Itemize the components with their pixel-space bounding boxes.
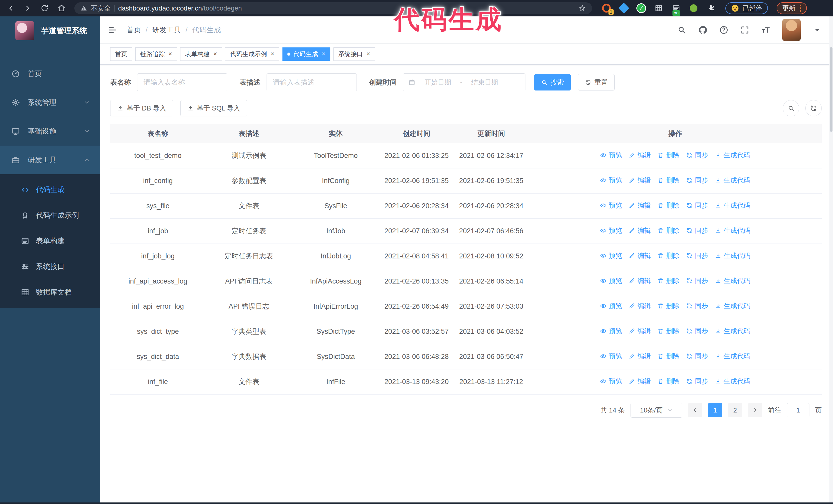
action-generate-link[interactable]: 生成代码 [715, 301, 750, 311]
action-edit-link[interactable]: 编辑 [629, 251, 651, 261]
gem-extension-icon[interactable] [618, 3, 629, 14]
sidebar-item-infra[interactable]: 基础设施 [0, 117, 100, 146]
action-sync-link[interactable]: 同步 [686, 175, 708, 185]
toggle-search-button[interactable] [783, 100, 799, 116]
action-generate-link[interactable]: 生成代码 [715, 226, 750, 235]
sidebar-item-db-doc[interactable]: 数据库文档 [0, 280, 100, 305]
search-icon[interactable] [677, 25, 686, 34]
browser-reload-icon[interactable] [41, 4, 49, 12]
avatar[interactable] [782, 19, 801, 41]
action-edit-link[interactable]: 编辑 [629, 352, 651, 361]
import-db-button[interactable]: 基于 DB 导入 [110, 100, 173, 116]
goto-page-input[interactable] [787, 403, 809, 417]
sidebar-item-form-builder[interactable]: 表单构建 [0, 228, 100, 254]
action-generate-link[interactable]: 生成代码 [715, 150, 750, 160]
table-name-input[interactable] [137, 73, 227, 91]
action-sync-link[interactable]: 同步 [686, 251, 708, 261]
action-sync-link[interactable]: 同步 [686, 301, 708, 311]
action-edit-link[interactable]: 编辑 [629, 276, 651, 286]
check-extension-icon[interactable]: ✓ [636, 3, 647, 14]
action-sync-link[interactable]: 同步 [686, 276, 708, 286]
refresh-table-button[interactable] [805, 100, 822, 116]
fullscreen-icon[interactable] [740, 25, 749, 34]
action-preview-link[interactable]: 预览 [600, 377, 622, 386]
page-size-select[interactable]: 10条/页 [630, 403, 682, 417]
action-preview-link[interactable]: 预览 [600, 201, 622, 210]
date-range-picker[interactable]: - [403, 73, 525, 91]
action-delete-link[interactable]: 删除 [658, 251, 680, 261]
on-extension-icon[interactable]: on [670, 3, 682, 14]
tab-codegen[interactable]: 代码生成× [282, 47, 330, 61]
action-delete-link[interactable]: 删除 [658, 377, 680, 386]
action-sync-link[interactable]: 同步 [686, 377, 708, 386]
tab-codegen-example[interactable]: 代码生成示例× [225, 47, 279, 61]
action-delete-link[interactable]: 删除 [658, 226, 680, 235]
help-icon[interactable] [719, 25, 729, 34]
action-generate-link[interactable]: 生成代码 [715, 201, 750, 210]
action-generate-link[interactable]: 生成代码 [715, 352, 750, 361]
tab-tracer[interactable]: 链路追踪× [135, 47, 177, 61]
action-preview-link[interactable]: 预览 [600, 175, 622, 185]
green-extension-icon[interactable] [688, 3, 699, 14]
action-delete-link[interactable]: 删除 [658, 276, 680, 286]
action-delete-link[interactable]: 删除 [658, 201, 680, 210]
action-delete-link[interactable]: 删除 [658, 326, 680, 336]
tab-home[interactable]: 首页 [110, 47, 132, 61]
action-preview-link[interactable]: 预览 [600, 301, 622, 311]
font-size-icon[interactable] [761, 25, 770, 34]
action-edit-link[interactable]: 编辑 [629, 377, 651, 386]
sidebar-item-system[interactable]: 系统管理 [0, 88, 100, 117]
tab-form-builder[interactable]: 表单构建× [180, 47, 222, 61]
action-edit-link[interactable]: 编辑 [629, 301, 651, 311]
browser-forward-icon[interactable] [24, 4, 32, 12]
browser-menu-icon[interactable] [800, 5, 801, 12]
action-edit-link[interactable]: 编辑 [629, 326, 651, 336]
date-start-input[interactable] [418, 78, 457, 87]
action-preview-link[interactable]: 预览 [600, 226, 622, 235]
action-preview-link[interactable]: 预览 [600, 352, 622, 361]
close-tab-icon[interactable]: × [213, 50, 217, 58]
close-tab-icon[interactable]: × [322, 50, 326, 58]
action-sync-link[interactable]: 同步 [686, 352, 708, 361]
prev-page-button[interactable] [688, 403, 702, 417]
action-edit-link[interactable]: 编辑 [629, 150, 651, 160]
table-desc-input[interactable] [266, 73, 357, 91]
action-preview-link[interactable]: 预览 [600, 326, 622, 336]
action-generate-link[interactable]: 生成代码 [715, 175, 750, 185]
action-delete-link[interactable]: 删除 [658, 301, 680, 311]
puzzle-extensions-icon[interactable] [705, 3, 717, 14]
sidebar-item-home[interactable]: 首页 [0, 59, 100, 88]
action-sync-link[interactable]: 同步 [686, 150, 708, 160]
breadcrumb-home[interactable]: 首页 [127, 25, 141, 35]
page-scrollbar[interactable] [829, 17, 833, 504]
next-page-button[interactable] [748, 403, 762, 417]
action-generate-link[interactable]: 生成代码 [715, 326, 750, 336]
address-bar[interactable]: 不安全 dashboard.yudao.iocoder.cn/tool/code… [74, 2, 592, 14]
sidebar-item-devtools[interactable]: 研发工具 [0, 146, 100, 174]
app-logo-row[interactable]: 芋道管理系统 [0, 17, 100, 45]
avatar-caret-icon[interactable] [812, 25, 822, 34]
search-button[interactable]: 搜索 [534, 74, 571, 91]
action-sync-link[interactable]: 同步 [686, 326, 708, 336]
close-tab-icon[interactable]: × [366, 50, 371, 58]
action-delete-link[interactable]: 删除 [658, 150, 680, 160]
page-button-1[interactable]: 1 [708, 403, 722, 417]
grid-extension-icon[interactable] [653, 3, 664, 14]
import-sql-button[interactable]: 基于 SQL 导入 [181, 100, 247, 116]
action-generate-link[interactable]: 生成代码 [715, 276, 750, 286]
action-edit-link[interactable]: 编辑 [629, 226, 651, 235]
hamburger-icon[interactable] [108, 25, 117, 35]
close-tab-icon[interactable]: × [168, 50, 172, 58]
close-tab-icon[interactable]: × [270, 50, 274, 58]
sidebar-item-codegen-example[interactable]: 代码生成示例 [0, 202, 100, 228]
scrollbar-thumb[interactable] [830, 47, 832, 132]
action-preview-link[interactable]: 预览 [600, 251, 622, 261]
extension-icon[interactable]: 1 [601, 3, 612, 14]
action-sync-link[interactable]: 同步 [686, 201, 708, 210]
browser-back-icon[interactable] [7, 4, 15, 12]
action-sync-link[interactable]: 同步 [686, 226, 708, 235]
breadcrumb-devtools[interactable]: 研发工具 [152, 25, 181, 35]
github-icon[interactable] [698, 25, 708, 34]
date-end-input[interactable] [465, 78, 504, 87]
paused-badge[interactable]: 已暂停 [725, 2, 768, 14]
